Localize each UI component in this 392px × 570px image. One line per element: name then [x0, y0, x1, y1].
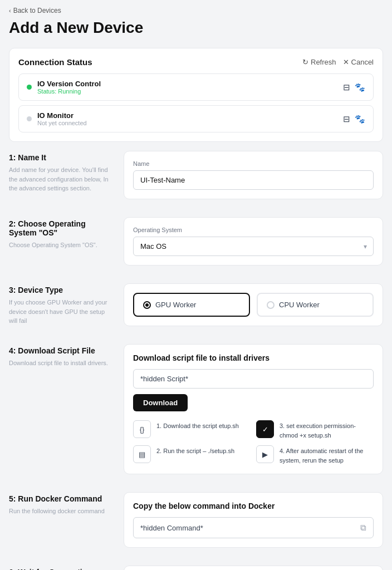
- section-1-desc: Add name for your device. You'll find th…: [9, 165, 115, 193]
- refresh-icon: ↻: [302, 58, 308, 66]
- status-sub-2: Not yet connected: [37, 120, 87, 126]
- header-actions: ↻ Refresh ✕ Cancel: [302, 58, 374, 66]
- cpu-worker-label: CPU Worker: [279, 301, 320, 309]
- section-2-desc: Choose Operating System "OS".: [9, 240, 115, 250]
- section-3-number: 3: Device Type: [9, 286, 115, 294]
- cancel-label: Cancel: [351, 58, 374, 66]
- gpu-worker-label: GPU Worker: [155, 301, 196, 309]
- status-value-1: Running: [58, 88, 81, 95]
- script-value: *hidden Script*: [140, 375, 188, 383]
- cancel-button[interactable]: ✕ Cancel: [343, 58, 374, 66]
- section-name-it: 1: Name It Add name for your device. You…: [9, 151, 383, 208]
- section-6-number: 6: Wait for Connection: [9, 568, 115, 570]
- os-card: Operating System Mac OS Windows Linux Ub…: [124, 217, 383, 266]
- section-6-right: Keep hitting refresh while you wait for …: [124, 566, 383, 570]
- step-item-2: ▤ 2. Run the script – ./setup.sh: [133, 445, 251, 465]
- download-card-title: Download script file to install drivers: [133, 353, 374, 362]
- section-5-desc: Run the following docker command: [9, 507, 115, 516]
- status-name-2: IO Monitor: [37, 111, 87, 120]
- copy-icon[interactable]: ⧉: [360, 523, 366, 533]
- section-5-number: 5: Run Docker Command: [9, 494, 115, 503]
- docker-card: Copy the below command into Docker *hidd…: [124, 492, 383, 548]
- status-icons-2: ⊟ 🐾: [343, 114, 365, 124]
- section-download-script: 4: Download Script File Download script …: [9, 344, 383, 483]
- section-3-left: 3: Device Type If you choose GPU Worker …: [9, 283, 115, 326]
- status-name-1: IO Version Control: [37, 80, 101, 88]
- section-5-right: Copy the below command into Docker *hidd…: [124, 492, 383, 557]
- section-os: 2: Choose Operating System "OS" Choose O…: [9, 217, 383, 274]
- command-value: *hidden Command*: [140, 524, 203, 532]
- section-docker: 5: Run Docker Command Run the following …: [9, 492, 383, 557]
- name-card: Name: [124, 151, 383, 199]
- device-type-radio-group: GPU Worker CPU Worker: [133, 293, 374, 317]
- os-select-wrapper: Mac OS Windows Linux Ubuntu ▾: [133, 237, 374, 256]
- refresh-label: Refresh: [311, 58, 336, 66]
- section-6-left: 6: Wait for Connection Keep hitting refr…: [9, 566, 115, 570]
- section-device-type: 3: Device Type If you choose GPU Worker …: [9, 283, 383, 335]
- section-wait: 6: Wait for Connection Keep hitting refr…: [9, 566, 383, 570]
- step-text-3: 3. set execution permission- chmod +x se…: [280, 420, 374, 440]
- step-icon-3: ✓: [256, 420, 274, 438]
- connection-status-card: Connection Status ↻ Refresh ✕ Cancel IO …: [9, 48, 383, 142]
- connection-status-title: Connection Status: [18, 57, 92, 67]
- section-5-left: 5: Run Docker Command Run the following …: [9, 492, 115, 516]
- gpu-radio-circle: [143, 301, 151, 309]
- cpu-worker-option[interactable]: CPU Worker: [257, 293, 374, 317]
- settings-icon-2[interactable]: 🐾: [355, 114, 365, 124]
- device-name-input[interactable]: [133, 170, 374, 190]
- back-chevron-icon: ‹: [9, 7, 11, 14]
- step-item-1: {} 1. Download the script etup.sh: [133, 420, 251, 440]
- section-1-number: 1: Name It: [9, 153, 115, 162]
- refresh-button[interactable]: ↻ Refresh: [302, 58, 336, 66]
- back-to-devices-link[interactable]: ‹ Back to Devices: [9, 0, 383, 19]
- status-item-io-version: IO Version Control Status: Running ⊟ 🐾: [18, 73, 374, 101]
- download-script-card: Download script file to install drivers …: [124, 344, 383, 474]
- status-item-io-monitor: IO Monitor Not yet connected ⊟ 🐾: [18, 105, 374, 132]
- step-icon-2: ▤: [133, 445, 151, 463]
- settings-icon-1[interactable]: 🐾: [355, 82, 365, 92]
- download-button[interactable]: Download: [133, 394, 188, 411]
- status-left-2: IO Monitor Not yet connected: [27, 111, 87, 126]
- monitor-icon-2[interactable]: ⊟: [343, 114, 350, 124]
- cpu-radio-circle: [267, 301, 275, 309]
- step-text-4: 4. After automatic restart of the system…: [280, 445, 374, 465]
- section-4-number: 4: Download Script File: [9, 346, 115, 355]
- cancel-icon: ✕: [343, 58, 349, 66]
- step-icon-1: {}: [133, 420, 151, 438]
- section-4-right: Download script file to install drivers …: [124, 344, 383, 483]
- section-4-left: 4: Download Script File Download script …: [9, 344, 115, 368]
- wait-card: Keep hitting refresh while you wait for …: [124, 566, 383, 570]
- monitor-icon-1[interactable]: ⊟: [343, 82, 350, 92]
- step-text-2: 2. Run the script – ./setup.sh: [156, 445, 234, 456]
- step-icon-4: ▶: [256, 445, 274, 463]
- back-label: Back to Devices: [13, 7, 61, 14]
- section-2-left: 2: Choose Operating System "OS" Choose O…: [9, 217, 115, 250]
- device-type-card: GPU Worker CPU Worker: [124, 283, 383, 326]
- section-3-right: GPU Worker CPU Worker: [124, 283, 383, 335]
- section-2-right: Operating System Mac OS Windows Linux Ub…: [124, 217, 383, 274]
- os-select[interactable]: Mac OS Windows Linux Ubuntu: [133, 237, 374, 256]
- status-dot-running: [27, 85, 32, 90]
- step-item-3: ✓ 3. set execution permission- chmod +x …: [256, 420, 374, 440]
- docker-card-title: Copy the below command into Docker: [133, 502, 374, 510]
- status-left-1: IO Version Control Status: Running: [27, 80, 101, 95]
- download-steps-grid: {} 1. Download the script etup.sh ✓ 3. s…: [133, 420, 374, 465]
- name-field-label: Name: [133, 160, 374, 167]
- status-dot-gray: [27, 116, 32, 121]
- status-sub-1: Status: Running: [37, 88, 101, 95]
- status-icons-1: ⊟ 🐾: [343, 82, 365, 92]
- section-2-number: 2: Choose Operating System "OS": [9, 219, 115, 237]
- section-1-left: 1: Name It Add name for your device. You…: [9, 151, 115, 193]
- hidden-script-box: *hidden Script*: [133, 369, 374, 389]
- step-text-1: 1. Download the script etup.sh: [156, 420, 239, 431]
- gpu-worker-option[interactable]: GPU Worker: [133, 293, 250, 317]
- section-1-right: Name: [124, 151, 383, 208]
- page-title: Add a New Device: [9, 19, 383, 37]
- status-info-2: IO Monitor Not yet connected: [37, 111, 87, 126]
- step-item-4: ▶ 4. After automatic restart of the syst…: [256, 445, 374, 465]
- connection-status-header: Connection Status ↻ Refresh ✕ Cancel: [18, 57, 374, 67]
- status-info-1: IO Version Control Status: Running: [37, 80, 101, 95]
- hidden-command-box: *hidden Command* ⧉: [133, 517, 374, 538]
- section-3-desc: If you choose GPU Worker and your device…: [9, 298, 115, 326]
- section-4-desc: Download script file to install drivers.: [9, 358, 115, 368]
